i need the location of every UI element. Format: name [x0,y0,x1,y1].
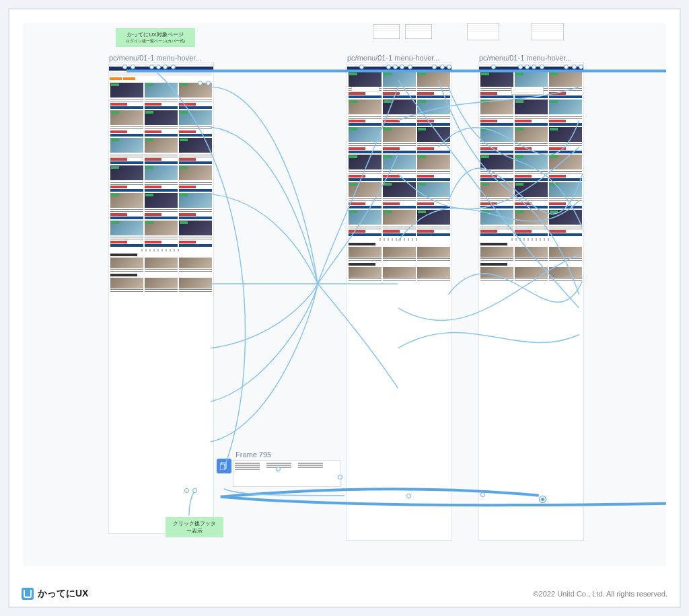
artboard-3[interactable]: pc/menu/01-1 menu-hover... [479,63,583,540]
listing-card[interactable] [145,193,178,219]
listing-card[interactable] [383,155,416,181]
listing-card[interactable] [549,182,582,208]
listing-card[interactable] [549,127,582,153]
pagination[interactable] [141,249,182,252]
listing-card[interactable] [145,83,178,109]
listing-card[interactable] [383,72,416,98]
listing-card[interactable] [110,138,143,164]
listing-card[interactable] [480,127,513,153]
listing-card[interactable] [349,267,382,281]
listing-card[interactable] [110,278,143,292]
listing-card[interactable] [480,182,513,208]
flow-anchor[interactable] [386,65,391,69]
flow-anchor[interactable] [156,65,161,69]
listing-card[interactable] [480,210,513,236]
flow-anchor[interactable] [540,65,544,69]
listing-card[interactable] [480,72,513,98]
listing-card[interactable] [110,221,143,247]
listing-card[interactable] [179,110,212,137]
flow-anchor[interactable] [393,65,398,69]
flow-anchor[interactable] [122,65,127,69]
listing-card[interactable] [349,100,382,126]
listing-card[interactable] [480,155,513,181]
listing-card[interactable] [145,221,178,247]
pagination[interactable] [379,238,420,241]
listing-card[interactable] [349,72,382,98]
listing-card[interactable] [349,247,382,261]
flow-anchor[interactable] [171,65,176,69]
listing-card[interactable] [145,110,178,137]
listing-card[interactable] [515,182,548,208]
listing-card[interactable] [383,210,416,236]
listing-card[interactable] [515,127,548,153]
listing-card[interactable] [383,100,416,126]
listing-card[interactable] [179,278,212,292]
flow-anchor[interactable] [518,65,523,69]
flow-anchor-end[interactable] [540,496,546,502]
listing-card[interactable] [549,100,582,126]
listing-card[interactable] [110,258,143,272]
listing-card[interactable] [417,210,450,236]
listing-card[interactable] [549,210,582,236]
component-icon[interactable] [217,459,231,473]
flow-anchor[interactable] [131,65,135,69]
listing-card[interactable] [179,83,212,109]
listing-card[interactable] [110,110,143,137]
listing-card[interactable] [417,72,450,98]
listing-card[interactable] [383,247,416,261]
listing-card[interactable] [110,165,143,192]
listing-card[interactable] [515,100,548,126]
listing-card[interactable] [417,182,450,208]
flow-anchor[interactable] [532,65,536,69]
flow-anchor[interactable] [491,65,496,69]
flow-anchor[interactable] [198,81,203,85]
flow-anchor[interactable] [572,65,577,69]
flow-anchor[interactable] [525,65,530,69]
listing-card[interactable] [110,193,143,219]
listing-card[interactable] [515,267,548,281]
listing-card[interactable] [349,210,382,236]
flow-anchor[interactable] [206,81,211,85]
listing-card[interactable] [110,83,143,109]
listing-card[interactable] [417,100,450,126]
flow-anchor[interactable] [184,488,189,493]
listing-card[interactable] [549,247,582,261]
listing-card[interactable] [480,267,513,281]
flow-anchor[interactable] [276,467,281,471]
flow-anchor[interactable] [359,65,364,69]
listing-card[interactable] [145,165,178,192]
listing-card[interactable] [480,247,513,261]
pagination[interactable] [511,238,552,241]
listing-card[interactable] [383,267,416,281]
listing-card[interactable] [417,127,450,153]
listing-card[interactable] [145,138,178,164]
listing-card[interactable] [515,247,548,261]
app-logo[interactable]: かってにUX [22,588,88,600]
listing-card[interactable] [549,155,582,181]
flow-anchor[interactable] [149,65,154,69]
flow-anchor[interactable] [447,65,451,69]
listing-card[interactable] [179,221,212,247]
footer-component[interactable] [233,460,340,487]
listing-card[interactable] [515,210,548,236]
listing-card[interactable] [480,100,513,126]
flow-anchor[interactable] [408,65,412,69]
listing-card[interactable] [145,258,178,272]
flow-anchor[interactable] [192,488,197,493]
flow-anchor[interactable] [406,494,411,498]
listing-card[interactable] [179,193,212,219]
listing-card[interactable] [549,267,582,281]
listing-card[interactable] [417,247,450,261]
flow-anchor[interactable] [163,65,168,69]
listing-card[interactable] [417,267,450,281]
flow-anchor[interactable] [579,65,583,69]
listing-card[interactable] [349,155,382,181]
flow-anchor[interactable] [400,65,404,69]
listing-card[interactable] [417,155,450,181]
artboard-2[interactable]: pc/menu/01-1 menu-hover... [347,63,451,540]
listing-card[interactable] [179,258,212,272]
listing-card[interactable] [383,127,416,153]
listing-card[interactable] [383,182,416,208]
flow-anchor[interactable] [432,65,437,69]
artboard-1[interactable]: pc/menu/01-1 menu-hover... /*rows genera… [109,63,213,533]
